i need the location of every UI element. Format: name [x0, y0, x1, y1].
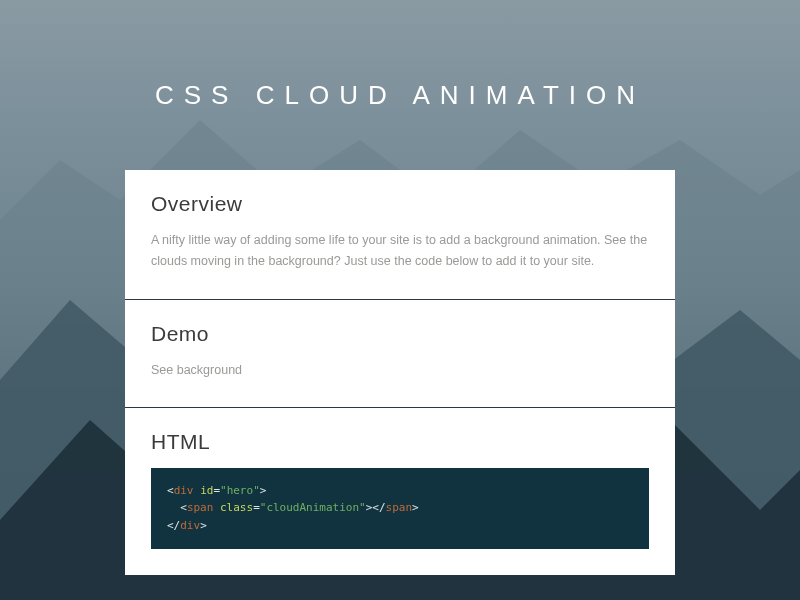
demo-section: Demo See background — [125, 300, 675, 408]
demo-heading: Demo — [151, 322, 649, 346]
html-code-block: <div id="hero"> <span class="cloudAnimat… — [151, 468, 649, 549]
demo-body: See background — [151, 360, 649, 381]
html-heading: HTML — [151, 430, 649, 454]
overview-heading: Overview — [151, 192, 649, 216]
page-title: CSS CLOUD ANIMATION — [0, 80, 800, 111]
overview-section: Overview A nifty little way of adding so… — [125, 170, 675, 300]
content-container: Overview A nifty little way of adding so… — [125, 170, 675, 575]
html-section: HTML <div id="hero"> <span class="cloudA… — [125, 408, 675, 575]
overview-body: A nifty little way of adding some life t… — [151, 230, 649, 273]
